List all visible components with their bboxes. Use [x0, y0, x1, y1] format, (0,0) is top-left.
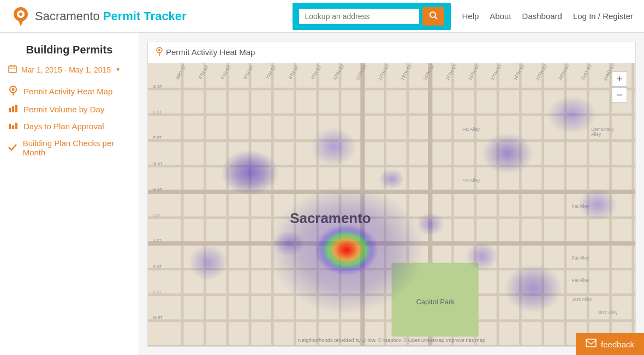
check-icon-svg: [8, 143, 17, 151]
nav-about[interactable]: About: [490, 11, 511, 21]
map-header: Permit Activity Heat Map: [148, 41, 635, 63]
svg-point-110: [416, 213, 444, 236]
svg-text:Jazz Alley: Jazz Alley: [572, 297, 593, 302]
svg-point-4: [430, 12, 436, 17]
svg-text:Fat Alley: Fat Alley: [462, 127, 480, 132]
sidebar-item-heat-map-label: Permit Activity Heat Map: [23, 87, 112, 96]
svg-marker-3: [17, 19, 24, 26]
svg-rect-17: [12, 125, 14, 129]
pin-icon: [8, 86, 18, 97]
svg-text:Fat Alley: Fat Alley: [462, 178, 480, 183]
svg-point-103: [314, 224, 379, 275]
svg-text:I ST: I ST: [153, 213, 161, 217]
date-range-text: Mar 1, 2015 - May 1, 2015: [21, 65, 111, 74]
logo-permit: Permit: [103, 9, 140, 23]
search-area: [293, 3, 451, 30]
sidebar-item-volume-label: Permit Volume by Day: [23, 105, 104, 114]
svg-point-11: [12, 88, 15, 91]
search-icon: [429, 11, 438, 20]
map-container: Permit Activity Heat Map: [147, 41, 636, 347]
svg-line-5: [435, 17, 437, 19]
svg-point-107: [547, 95, 597, 134]
svg-point-105: [311, 128, 356, 166]
sidebar-title: Building Permits: [8, 44, 130, 56]
bar-chart-icon: [8, 105, 18, 114]
sidebar-nav: Permit Activity Heat Map Permit Volume b…: [8, 86, 130, 157]
nav-help[interactable]: Help: [462, 11, 479, 21]
map-header-pin-svg: [156, 47, 163, 56]
svg-point-106: [482, 133, 533, 173]
main-layout: Building Permits Mar 1, 2015 - May 1, 20…: [0, 33, 644, 355]
svg-point-20: [158, 49, 160, 51]
svg-text:Democracy: Democracy: [591, 127, 615, 132]
map-header-pin-icon: [156, 47, 163, 57]
svg-rect-16: [9, 124, 11, 129]
map-title: Permit Activity Heat Map: [166, 47, 255, 57]
map-svg: 3RD ST 4TH ST 5TH ST 6TH ST 7TH ST 8TH S…: [148, 63, 635, 346]
feedback-label: feedback: [601, 340, 634, 349]
logo-text: Sacramento Permit Tracker: [35, 9, 187, 23]
calendar-icon: [8, 64, 17, 75]
svg-rect-14: [12, 106, 14, 112]
svg-point-112: [379, 169, 404, 189]
logo-sacramento: Sacramento: [35, 9, 100, 23]
svg-point-109: [189, 245, 228, 281]
svg-point-104: [221, 150, 279, 195]
calendar-icon-svg: [8, 64, 17, 73]
search-input[interactable]: [299, 9, 419, 24]
svg-text:F ST: F ST: [153, 136, 162, 140]
svg-text:Alley: Alley: [591, 132, 601, 137]
svg-text:Neighborhoods provided by Zill: Neighborhoods provided by Zillow. © Mapb…: [298, 337, 485, 343]
svg-text:Capitol Park: Capitol Park: [416, 298, 455, 306]
search-button[interactable]: [422, 7, 444, 26]
check-icon: [8, 143, 17, 153]
svg-rect-13: [9, 108, 11, 112]
sidebar-item-volume-day[interactable]: Permit Volume by Day: [8, 105, 130, 114]
svg-rect-18: [15, 123, 17, 129]
svg-text:Jazz Alley: Jazz Alley: [598, 310, 618, 315]
sidebar-item-plan-checks[interactable]: Building Plan Checks per Month: [8, 139, 130, 157]
sidebar-item-plan-checks-label: Building Plan Checks per Month: [23, 139, 130, 157]
date-range-selector[interactable]: Mar 1, 2015 - May 1, 2015 ▼: [8, 64, 130, 75]
svg-text:L ST: L ST: [153, 290, 162, 294]
bar-chart2-icon-svg: [9, 122, 17, 129]
svg-rect-116: [586, 339, 596, 347]
zoom-in-button[interactable]: +: [612, 71, 627, 87]
svg-text:G ST: G ST: [153, 161, 163, 165]
zoom-out-button[interactable]: −: [612, 87, 627, 103]
map-area[interactable]: 3RD ST 4TH ST 5TH ST 6TH ST 7TH ST 8TH S…: [148, 63, 635, 346]
svg-point-114: [579, 189, 617, 221]
svg-point-2: [19, 13, 22, 16]
feedback-button[interactable]: feedback: [576, 333, 644, 355]
nav-links: Help About Dashboard Log In / Register: [462, 11, 633, 21]
svg-text:E ST: E ST: [153, 110, 162, 114]
svg-point-111: [466, 242, 498, 270]
nav-dashboard[interactable]: Dashboard: [522, 11, 562, 21]
svg-rect-6: [9, 66, 16, 73]
date-caret-icon: ▼: [115, 67, 121, 73]
svg-point-108: [504, 264, 562, 313]
svg-text:Fat Alley: Fat Alley: [572, 256, 590, 261]
logo-icon: [11, 7, 31, 26]
sidebar-item-days-label: Days to Plan Approval: [23, 122, 104, 131]
logo-tracker: Tracker: [144, 9, 186, 23]
svg-point-113: [272, 231, 305, 256]
sidebar-item-heat-map[interactable]: Permit Activity Heat Map: [8, 86, 130, 97]
bar-chart-icon-svg: [9, 105, 17, 112]
svg-rect-15: [15, 105, 17, 112]
map-pin-icon: [9, 86, 17, 95]
svg-text:M ST: M ST: [153, 316, 163, 320]
sidebar: Building Permits Mar 1, 2015 - May 1, 20…: [0, 33, 139, 355]
header: Sacramento Permit Tracker Help About Das…: [0, 0, 644, 33]
logo-area: Sacramento Permit Tracker: [11, 7, 293, 26]
bar-chart2-icon: [8, 122, 18, 131]
zoom-controls: + −: [612, 71, 627, 103]
feedback-icon: [586, 339, 597, 350]
svg-text:Fat Alley: Fat Alley: [572, 278, 590, 283]
svg-text:D ST: D ST: [153, 85, 163, 88]
svg-text:H ST: H ST: [153, 188, 163, 191]
main-content: Permit Activity Heat Map: [139, 33, 644, 355]
svg-text:J ST: J ST: [153, 239, 162, 243]
sidebar-item-days-approval[interactable]: Days to Plan Approval: [8, 122, 130, 131]
nav-login[interactable]: Log In / Register: [573, 11, 633, 21]
